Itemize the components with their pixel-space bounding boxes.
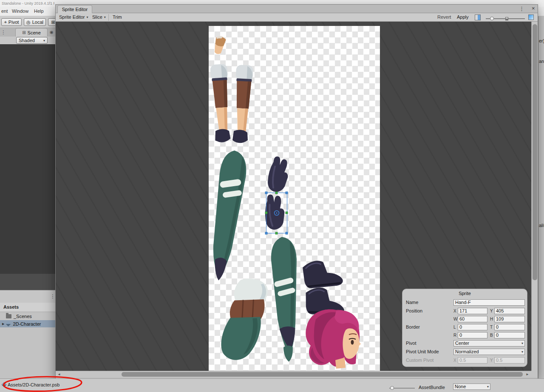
trim-button[interactable]: Trim — [113, 14, 122, 20]
mip-slider-knob[interactable] — [490, 17, 494, 20]
expand-arrow-icon[interactable]: ▶ — [2, 322, 4, 326]
chevron-down-icon: ▾ — [487, 384, 489, 389]
grid-icon: ⊞ — [51, 20, 55, 25]
asset-2d-character-label: 2D-Character — [13, 321, 41, 327]
vertical-scrollbar[interactable] — [531, 22, 538, 371]
sprite-torso[interactable] — [219, 276, 269, 363]
custom-pivot-label: Custom Pivot — [406, 357, 434, 364]
height-field[interactable]: 109 — [494, 316, 525, 322]
scrollbar-corner — [531, 371, 538, 377]
sprite-editor-mode-dropdown[interactable]: Sprite Editor ▾ — [59, 14, 88, 20]
scene-viewport-lower — [0, 274, 55, 290]
project-zoom-slider-knob[interactable] — [390, 386, 394, 390]
horizontal-scrollbar[interactable]: ◄ ► — [56, 371, 531, 377]
sprite-lower-legs[interactable] — [210, 64, 253, 144]
l-prefix: L — [453, 324, 456, 330]
revert-button[interactable]: Revert — [437, 14, 451, 20]
pivot-label: Pivot — [8, 20, 19, 25]
project-row-scenes[interactable]: _Scenes — [0, 313, 55, 320]
scene-tabstrip: ⋮ ⊞ Scene ◉ — [0, 28, 55, 37]
sprite-sheet-artwork[interactable] — [209, 26, 380, 371]
sprite-editor-tab-label: Sprite Editor — [62, 7, 88, 12]
t-prefix: T — [490, 324, 493, 330]
border-r-field[interactable]: 0 — [458, 332, 487, 338]
border-l-field[interactable]: 0 — [458, 324, 487, 330]
selection-handle-mid — [286, 212, 288, 214]
status-selected-asset-path: Assets/2D-Character.psb — [8, 382, 60, 387]
assetbundle-value: None — [455, 384, 466, 389]
sprite-editor-canvas[interactable]: Sprite Name Hand-F Position X 171 Y 405 … — [56, 22, 538, 371]
menu-item-component[interactable]: ent — [1, 9, 8, 14]
scene-viewport[interactable] — [0, 44, 55, 274]
apply-button[interactable]: Apply — [457, 14, 469, 20]
project-more-icon[interactable]: ⋮ — [50, 293, 55, 299]
shading-mode-dropdown[interactable]: Shaded ▾ — [16, 37, 48, 44]
sprite-glove-upper[interactable] — [266, 156, 291, 193]
more-icon[interactable]: ⋮ — [1, 29, 6, 35]
project-row-2d-character[interactable]: ▶ 2D-Character — [0, 320, 55, 327]
scene-tab-label: Scene — [28, 30, 41, 35]
custom-pivot-x-field: 0.5 — [458, 357, 487, 364]
toolbar-divider — [108, 14, 109, 21]
tab-sprite-editor[interactable]: Sprite Editor — [57, 5, 92, 13]
custom-pivot-y-field: 0.5 — [494, 357, 525, 364]
custom-x-prefix: X — [453, 357, 456, 364]
assetbundle-label: AssetBundle — [419, 385, 445, 390]
mip-slider-handle[interactable] — [505, 17, 508, 20]
x-prefix: X — [453, 308, 456, 314]
pivot-label: Pivot — [406, 340, 416, 347]
scene-toolbar: Shaded ▾ — [0, 37, 55, 44]
project-header: Assets — [0, 303, 55, 312]
sprite-thigh-left[interactable] — [209, 149, 249, 282]
rgb-alpha-icon[interactable] — [528, 14, 534, 20]
local-toggle-button[interactable]: ◎ Local — [24, 18, 46, 26]
horizontal-scrollbar-thumb[interactable] — [122, 372, 523, 377]
inspector-sliver: er) and ality — [538, 16, 544, 378]
pivot-unit-mode-value: Normalized — [455, 349, 479, 355]
selection-handle-corner — [265, 192, 267, 194]
sprite-editor-toolbar: Sprite Editor ▾ Slice ▾ Trim Revert Appl… — [56, 13, 538, 22]
window-close-icon[interactable]: × — [532, 5, 535, 11]
sprite-head[interactable] — [306, 310, 361, 369]
menu-item-help[interactable]: Help — [34, 9, 44, 14]
selection-handle-corner — [286, 232, 288, 234]
shading-mode-label: Shaded — [19, 38, 35, 43]
folder-icon — [6, 314, 11, 318]
scroll-right-icon[interactable]: ► — [526, 372, 529, 376]
assetbundle-dropdown[interactable]: None ▾ — [453, 383, 490, 390]
sprite-thigh-right[interactable] — [270, 236, 302, 363]
pivot-toggle-button[interactable]: ⌖ Pivot — [1, 18, 22, 26]
trim-label: Trim — [113, 14, 122, 20]
chevron-down-icon: ▾ — [521, 349, 523, 355]
name-field[interactable]: Hand-F — [453, 299, 525, 306]
position-x-field[interactable]: 171 — [458, 308, 487, 314]
chevron-down-icon: ▾ — [104, 15, 106, 19]
sprite-editor-titlebar[interactable]: Sprite Editor ⋮ × — [56, 5, 538, 13]
sprite-boots[interactable] — [301, 256, 345, 318]
window-more-icon[interactable]: ⋮ — [519, 6, 524, 12]
width-field[interactable]: 60 — [458, 316, 487, 322]
menu-item-window[interactable]: Window — [12, 9, 28, 14]
sprite-arm-stub[interactable] — [212, 35, 227, 55]
chevron-down-icon: ▾ — [43, 39, 45, 43]
eye-icon[interactable]: ◉ — [50, 30, 54, 34]
tab-scene[interactable]: ⊞ Scene — [15, 28, 48, 37]
folder-scenes-label: _Scenes — [14, 314, 32, 319]
project-toolbar: ⋮ — [0, 290, 55, 303]
globe-icon: ◎ — [26, 20, 31, 25]
texture-view-icon[interactable] — [475, 14, 481, 20]
slice-dropdown[interactable]: Slice ▾ — [92, 14, 106, 20]
pivot-value: Center — [455, 341, 469, 346]
h-prefix: H — [490, 316, 493, 322]
scroll-left-icon[interactable]: ◄ — [57, 372, 61, 376]
border-b-field[interactable]: 0 — [494, 332, 525, 338]
y-prefix: Y — [490, 308, 493, 314]
vertical-scrollbar-thumb[interactable] — [533, 24, 537, 280]
border-t-field[interactable]: 0 — [494, 324, 525, 330]
sprite-sheet[interactable] — [209, 26, 380, 371]
border-label: Border — [406, 324, 420, 330]
pivot-dropdown[interactable]: Center ▾ — [453, 340, 525, 347]
pivot-unit-mode-dropdown[interactable]: Normalized ▾ — [453, 349, 525, 355]
position-y-field[interactable]: 405 — [494, 308, 525, 314]
r-prefix: R — [453, 332, 456, 338]
